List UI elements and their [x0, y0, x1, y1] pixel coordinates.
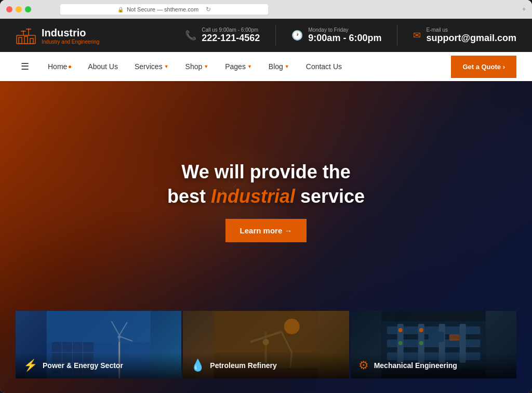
svg-point-8	[23, 31, 24, 32]
clock-icon: 🕐	[291, 30, 303, 41]
petroleum-label: Petroleum Refinery	[210, 361, 276, 370]
nav-blog[interactable]: Blog ▼	[260, 52, 298, 81]
logo-icon	[16, 25, 36, 46]
phone-text: Call us 9:00am - 6:00pm 222-121-4562	[202, 27, 260, 44]
energy-icon: ⚡	[23, 359, 37, 372]
nav-about[interactable]: About Us	[79, 52, 126, 81]
company-name: Industrio	[42, 27, 99, 39]
svg-point-44	[398, 341, 402, 345]
browser-content: Industrio Industry and Engineering 📞 Cal…	[0, 19, 532, 393]
nav-services-label: Services	[135, 62, 163, 71]
svg-point-32	[284, 319, 300, 334]
svg-rect-2	[24, 36, 28, 44]
email-icon: ✉	[413, 30, 421, 41]
close-button[interactable]	[6, 6, 12, 12]
hamburger-menu[interactable]: ☰	[16, 53, 34, 80]
contact-items: 📞 Call us 9:00am - 6:00pm 222-121-4562 🕐…	[185, 25, 516, 46]
hero-title-line1: We will provide the	[181, 161, 350, 182]
logo-area: Industrio Industry and Engineering	[16, 25, 99, 46]
hero-title-line2: best Industrial service	[167, 186, 365, 207]
service-card-mechanical[interactable]: ⚙ Mechanical Engineering	[351, 311, 516, 378]
svg-rect-22	[47, 311, 151, 342]
services-arrow: ▼	[164, 64, 169, 69]
learn-more-button[interactable]: Learn more →	[225, 219, 307, 242]
petroleum-icon: 💧	[191, 359, 205, 372]
maximize-button[interactable]	[25, 6, 31, 12]
svg-rect-31	[214, 311, 318, 352]
svg-rect-1	[19, 37, 22, 44]
nav-contact[interactable]: Contact Us	[298, 52, 350, 81]
nav-pages-label: Pages	[225, 62, 246, 71]
nav-home[interactable]: Home	[39, 52, 79, 81]
logo-text: Industrio Industry and Engineering	[42, 27, 99, 45]
url-text: Not Secure — shtheme.com	[127, 6, 198, 12]
svg-point-9	[28, 29, 30, 30]
learn-more-label: Learn more →	[240, 226, 292, 235]
email-label: E-mail us	[426, 27, 516, 33]
hero-content: We will provide the best Industrial serv…	[0, 81, 532, 311]
nav-contact-label: Contact Us	[306, 62, 342, 71]
home-dot	[69, 66, 71, 68]
hero-section: We will provide the best Industrial serv…	[0, 81, 532, 393]
get-quote-label: Get a Quote ›	[462, 63, 505, 71]
divider-2	[397, 25, 397, 46]
service-card-energy[interactable]: ⚡ Power & Energy Sector	[16, 311, 181, 378]
lock-icon: 🔒	[117, 7, 124, 12]
pages-arrow: ▼	[247, 64, 252, 69]
nav-shop[interactable]: Shop ▼	[177, 52, 217, 81]
phone-icon: 📞	[185, 30, 196, 41]
mechanical-label: Mechanical Engineering	[374, 361, 457, 370]
new-tab-icon[interactable]: +	[522, 6, 526, 13]
hours-text: Monday to Friday 9:00am - 6:00pm	[308, 27, 381, 44]
mechanical-overlay: ⚙ Mechanical Engineering	[351, 352, 516, 378]
nav-shop-label: Shop	[185, 62, 203, 71]
contact-phone: 📞 Call us 9:00am - 6:00pm 222-121-4562	[185, 27, 260, 44]
nav-about-label: About Us	[88, 62, 118, 71]
energy-overlay: ⚡ Power & Energy Sector	[16, 352, 181, 378]
blog-arrow: ▼	[285, 64, 289, 69]
minimize-button[interactable]	[16, 6, 22, 12]
svg-rect-3	[30, 38, 33, 44]
hours-value: 9:00am - 6:00pm	[308, 33, 381, 44]
shop-arrow: ▼	[204, 64, 208, 69]
nav-home-label: Home	[48, 62, 67, 71]
phone-label: Call us 9:00am - 6:00pm	[202, 27, 260, 33]
traffic-lights	[6, 6, 31, 12]
get-quote-button[interactable]: Get a Quote ›	[451, 56, 516, 78]
nav-bar: ☰ Home About Us Services ▼ Shop ▼	[0, 52, 532, 81]
email-text: E-mail us support@gmail.com	[426, 27, 516, 44]
browser-window: 🔒 Not Secure — shtheme.com ↻ +	[0, 0, 532, 393]
browser-chrome: 🔒 Not Secure — shtheme.com ↻ +	[0, 0, 532, 19]
company-subtitle: Industry and Engineering	[42, 39, 99, 45]
svg-point-42	[398, 328, 402, 332]
divider-1	[275, 25, 276, 46]
email-value: support@gmail.com	[426, 33, 516, 44]
petroleum-overlay: 💧 Petroleum Refinery	[183, 352, 349, 378]
service-cards: ⚡ Power & Energy Sector	[16, 311, 516, 378]
phone-value: 222-121-4562	[202, 33, 260, 44]
svg-point-43	[419, 328, 423, 332]
address-bar[interactable]: 🔒 Not Secure — shtheme.com ↻	[60, 4, 268, 15]
hero-title: We will provide the best Industrial serv…	[167, 160, 365, 209]
mechanical-icon: ⚙	[358, 359, 369, 372]
svg-point-45	[419, 341, 423, 345]
nav-pages[interactable]: Pages ▼	[217, 52, 260, 81]
service-card-petroleum[interactable]: 💧 Petroleum Refinery	[183, 311, 349, 378]
nav-blog-label: Blog	[269, 62, 283, 71]
nav-services[interactable]: Services ▼	[126, 52, 177, 81]
contact-email: ✉ E-mail us support@gmail.com	[413, 27, 516, 44]
top-bar: Industrio Industry and Engineering 📞 Cal…	[0, 19, 532, 52]
energy-label: Power & Energy Sector	[43, 361, 123, 370]
hero-italic: Industrial	[211, 186, 295, 207]
nav-items: Home About Us Services ▼ Shop ▼ Pages ▼	[39, 52, 451, 81]
svg-rect-47	[449, 334, 459, 340]
svg-rect-46	[428, 332, 444, 342]
hours-label: Monday to Friday	[308, 27, 381, 33]
contact-hours: 🕐 Monday to Friday 9:00am - 6:00pm	[291, 27, 381, 44]
refresh-icon[interactable]: ↻	[206, 6, 211, 13]
